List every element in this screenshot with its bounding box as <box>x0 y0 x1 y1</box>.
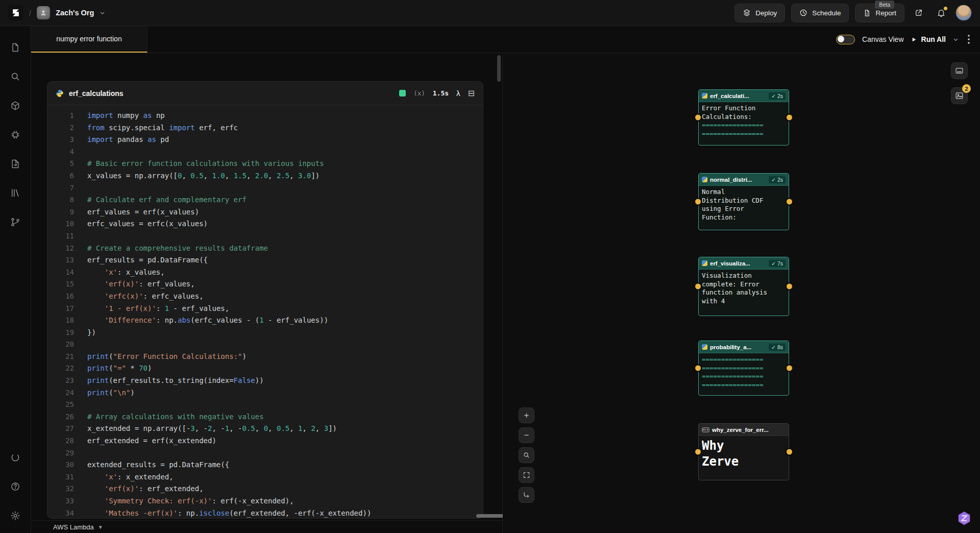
chevron-down-icon[interactable] <box>100 10 105 16</box>
canvas-node[interactable]: normal_distri...✓ 2sNormalDistribution C… <box>698 173 789 230</box>
runtime-selector-label: AWS Lambda <box>53 523 94 531</box>
node-header[interactable]: erf_visualiza...✓ 7s <box>699 257 789 270</box>
org-name[interactable]: Zach's Org <box>56 9 94 17</box>
tab-bar: numpy error function Canvas View Run All <box>31 26 980 53</box>
loading-ring-icon <box>10 452 20 463</box>
canvas-controls: + − <box>519 407 534 503</box>
input-port[interactable] <box>695 449 701 455</box>
line-numbers: 1234567891011121314151617181920212223242… <box>47 110 74 518</box>
node-header[interactable]: normal_distri...✓ 2s <box>699 174 789 186</box>
node-status-badge: ✓ 2s <box>769 176 786 183</box>
canvas-node[interactable]: erf_visualiza...✓ 7sVisualizationcomplet… <box>698 257 789 316</box>
input-port[interactable] <box>695 366 701 371</box>
line-number: 13 <box>47 254 74 266</box>
line-number: 22 <box>47 362 74 375</box>
python-icon <box>702 344 707 350</box>
line-number: 19 <box>47 327 74 339</box>
canvas-pane[interactable]: erf_calculati...✓ 2sError FunctionCalcul… <box>503 53 980 533</box>
run-all-chevron-icon[interactable] <box>953 37 959 42</box>
input-port[interactable] <box>695 115 701 120</box>
zoom-select-button[interactable] <box>519 447 534 463</box>
git-branch-icon <box>10 217 20 227</box>
output-port[interactable] <box>787 366 792 371</box>
org-avatar[interactable] <box>37 6 50 19</box>
share-button[interactable] <box>911 4 927 21</box>
zerve-logo-icon <box>11 8 21 18</box>
run-all-label: Run All <box>921 35 946 43</box>
input-port[interactable] <box>695 284 701 289</box>
line-number: 21 <box>47 351 74 363</box>
sidebar-item-packages[interactable] <box>6 95 25 116</box>
sidebar-item-files[interactable] <box>6 37 25 58</box>
user-avatar[interactable] <box>955 5 972 21</box>
zerve-corner-logo[interactable] <box>957 511 972 526</box>
gear-icon <box>10 511 20 521</box>
code-line: 'Symmetry Check: erf(-x)': erf(-x_extend… <box>87 495 371 507</box>
horizontal-scrollbar[interactable] <box>476 514 504 518</box>
code-editor[interactable]: 1234567891011121314151617181920212223242… <box>47 105 483 518</box>
left-sidebar <box>0 26 31 533</box>
code-line: erfc_values = erfc(x_values) <box>87 218 371 230</box>
line-number: 25 <box>47 399 74 411</box>
node-header[interactable]: probability_a...✓ 8s <box>699 341 789 353</box>
sidebar-item-git[interactable] <box>6 212 25 232</box>
output-panel-icon[interactable]: ⊟ <box>468 89 475 98</box>
tab-numpy-error-function[interactable]: numpy error function <box>31 26 148 53</box>
output-port[interactable] <box>787 199 792 205</box>
line-number: 7 <box>47 182 74 195</box>
variables-icon[interactable]: (x) <box>413 89 425 97</box>
code-block-header: erf_calculations (x) 1.5s λ ⊟ <box>47 82 483 105</box>
vertical-scrollbar[interactable] <box>497 55 501 82</box>
sidebar-item-file-run[interactable] <box>6 154 25 174</box>
sidebar-item-compute[interactable] <box>6 125 25 145</box>
line-number: 2 <box>47 122 74 134</box>
more-options-button[interactable] <box>966 35 972 44</box>
zerve-logo[interactable] <box>8 5 23 20</box>
canvas-view-toggle[interactable] <box>836 35 855 44</box>
help-icon <box>10 481 20 492</box>
image-icon <box>955 91 964 100</box>
zoom-out-button[interactable]: − <box>519 427 534 443</box>
node-header[interactable]: erf_calculati...✓ 2s <box>699 90 789 102</box>
corner-arrow-icon <box>523 491 530 499</box>
input-port[interactable] <box>695 199 701 205</box>
output-port[interactable] <box>787 115 792 120</box>
code-line: # Array calculations with negative value… <box>87 411 371 423</box>
code-line: print(erf_results.to_string(index=False)… <box>87 375 371 387</box>
canvas-node[interactable]: why_zerve_for_err...WhyZerve <box>698 423 789 480</box>
code-line: erf_values = erf(x_values) <box>87 206 371 219</box>
notifications-button[interactable] <box>933 4 949 21</box>
deploy-button[interactable]: Deploy <box>734 4 785 22</box>
collapse-corner-button[interactable] <box>519 487 534 503</box>
code-line: 'erf(x)': erf_values, <box>87 278 371 290</box>
runtime-selector[interactable]: AWS Lambda ▼ <box>31 520 502 533</box>
fit-view-button[interactable] <box>519 467 534 483</box>
node-title: erf_visualiza... <box>710 260 766 266</box>
lambda-icon[interactable]: λ <box>456 89 460 98</box>
status-indicator <box>399 90 406 96</box>
schedule-button[interactable]: Schedule <box>791 4 849 22</box>
node-output-preview: Error FunctionCalculations:=============… <box>699 102 789 145</box>
line-number: 24 <box>47 387 74 399</box>
output-port[interactable] <box>787 284 792 289</box>
code-line <box>87 146 371 158</box>
sidebar-item-library[interactable] <box>6 183 25 203</box>
node-status-badge: ✓ 2s <box>769 92 786 100</box>
zoom-in-button[interactable]: + <box>519 407 534 423</box>
canvas-node[interactable]: probability_a...✓ 8s====================… <box>698 341 789 396</box>
code-line: }) <box>87 327 371 339</box>
output-port[interactable] <box>787 449 792 455</box>
run-all-button[interactable]: Run All <box>911 35 946 43</box>
zoom-area-icon <box>523 451 530 459</box>
line-number: 8 <box>47 194 74 206</box>
file-icon <box>10 42 20 53</box>
sidebar-item-status[interactable] <box>6 447 25 468</box>
node-header[interactable]: why_zerve_for_err... <box>699 424 789 436</box>
console-panel-button[interactable] <box>951 62 968 79</box>
sidebar-item-help[interactable] <box>6 476 25 497</box>
canvas-node[interactable]: erf_calculati...✓ 2sError FunctionCalcul… <box>698 89 789 146</box>
sidebar-item-settings[interactable] <box>6 505 25 526</box>
search-icon <box>10 71 20 82</box>
outputs-panel-button[interactable]: 2 <box>951 87 968 104</box>
sidebar-item-search[interactable] <box>6 66 25 87</box>
